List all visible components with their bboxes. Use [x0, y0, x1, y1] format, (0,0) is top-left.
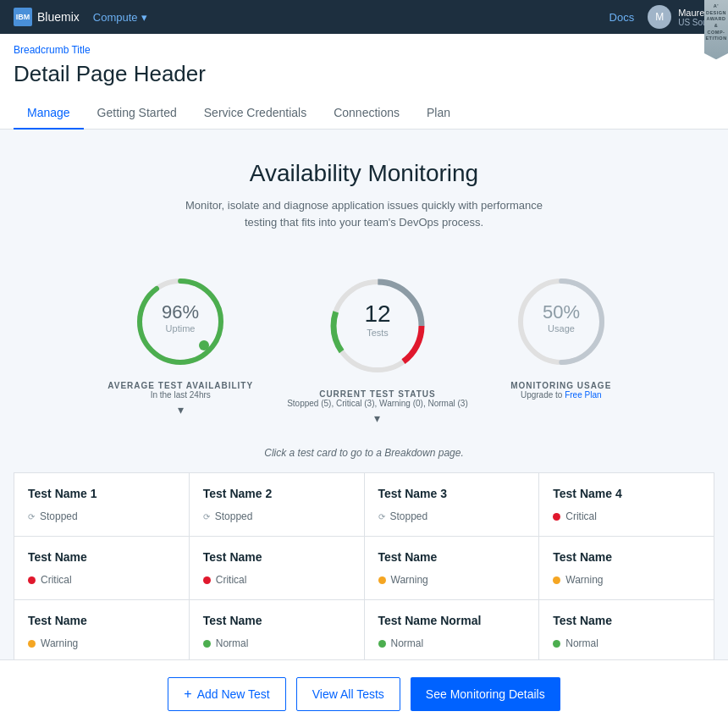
status-label: Stopped	[215, 510, 253, 522]
test-card-name: Test Name	[553, 550, 700, 564]
test-card-status: ⟳ Stopped	[378, 510, 526, 522]
top-navigation: IBM Bluemix Compute ▾ Docs M Maure... US…	[0, 0, 728, 34]
page-header: Breadcrumb Title Detail Page Header	[0, 34, 728, 87]
test-card[interactable]: Test Name Warning	[14, 600, 189, 663]
status-icon: ⟳	[28, 512, 35, 521]
status-dot-icon	[378, 576, 386, 584]
svg-point-4	[199, 340, 209, 350]
tab-plan[interactable]: Plan	[413, 97, 464, 130]
test-card-name: Test Name	[28, 550, 175, 564]
test-cards-grid: Test Name 1 ⟳ Stopped Test Name 2 ⟳ Stop…	[14, 472, 714, 664]
test-card[interactable]: Test Name Critical	[190, 537, 364, 599]
test-card[interactable]: Test Name 4 Critical	[539, 473, 714, 536]
tab-service-credentials[interactable]: Service Credentials	[190, 97, 320, 130]
status-label: Normal	[216, 637, 249, 649]
tests-section-label: CURRENT TEST STATUS	[287, 389, 468, 399]
tests-expand-icon[interactable]: ▾	[287, 411, 468, 425]
test-card-status: Normal	[203, 637, 350, 649]
view-all-tests-label: View All Tests	[312, 687, 384, 701]
test-card-status: Normal	[378, 637, 526, 649]
tab-getting-started[interactable]: Getting Started	[84, 97, 190, 130]
nav-right: Docs M Maure... US Sou...	[609, 5, 714, 29]
test-card[interactable]: Test Name Warning	[539, 537, 714, 599]
upgrade-text: Upgrade to	[521, 390, 565, 400]
status-dot-icon	[378, 640, 386, 648]
ibm-logo-icon: IBM	[14, 8, 32, 26]
status-dot-icon	[28, 640, 36, 648]
test-card[interactable]: Test Name 3 ⟳ Stopped	[365, 473, 539, 536]
status-label: Critical	[41, 574, 72, 586]
view-all-tests-button[interactable]: View All Tests	[296, 677, 400, 711]
test-card-name: Test Name 3	[378, 487, 526, 500]
award-badge: A'DESIGNAWARD&COMP-ETITION	[704, 0, 728, 59]
test-card[interactable]: Test Name 1 ⟳ Stopped	[14, 473, 189, 536]
status-dot-icon	[203, 640, 211, 648]
status-dot-icon	[553, 513, 560, 521]
status-label: Critical	[565, 510, 597, 522]
ibm-text: IBM	[16, 13, 30, 21]
tab-manage[interactable]: Manage	[14, 97, 84, 130]
test-card[interactable]: Test Name Warning	[365, 537, 539, 599]
status-label: Warning	[391, 574, 428, 586]
tests-gauge-svg: 12 Tests	[323, 271, 433, 381]
usage-sub: Upgrade to Free Plan	[502, 390, 620, 400]
footer-actions: + Add New Test View All Tests See Monito…	[0, 659, 728, 728]
award-text: A'DESIGNAWARD&COMP-ETITION	[705, 3, 726, 42]
status-dot-icon	[203, 576, 211, 584]
status-label: Stopped	[390, 510, 428, 522]
monitoring-description: Monitor, isolate and diagnose applicatio…	[178, 197, 550, 230]
test-card-name: Test Name 4	[553, 487, 700, 500]
test-card-name: Test Name Normal	[378, 614, 526, 627]
tab-connections[interactable]: Connections	[320, 97, 413, 130]
status-label: Normal	[391, 637, 424, 649]
test-card-status: Warning	[553, 574, 700, 586]
uptime-sub: In the last 24hrs	[108, 390, 253, 400]
compute-label: Compute	[93, 11, 138, 24]
monitoring-title: Availability Monitoring	[17, 160, 711, 187]
status-dot-icon	[553, 576, 560, 584]
test-card[interactable]: Test Name Normal Normal	[365, 600, 539, 663]
upgrade-link[interactable]: Free Plan	[565, 390, 601, 400]
test-card[interactable]: Test Name Normal	[190, 600, 364, 663]
chevron-down-icon: ▾	[141, 11, 147, 24]
uptime-section-label: AVERAGE TEST AVAILABILITY	[108, 381, 253, 390]
compute-menu[interactable]: Compute ▾	[93, 11, 147, 24]
test-card-name: Test Name	[28, 614, 175, 627]
uptime-expand-icon[interactable]: ▾	[108, 403, 253, 416]
test-card-status: Critical	[28, 574, 175, 586]
test-card-name: Test Name	[378, 550, 526, 564]
test-card-status: Warning	[28, 637, 175, 649]
test-card-name: Test Name 1	[28, 487, 175, 500]
see-monitoring-button[interactable]: See Monitoring Details	[411, 677, 560, 711]
status-dot-icon	[28, 576, 36, 584]
usage-gauge: 50% Usage MONITORING USAGE Upgrade to Fr…	[502, 271, 620, 425]
status-dot-icon	[553, 640, 560, 648]
status-icon: ⟳	[203, 512, 210, 521]
test-card-name: Test Name 2	[203, 487, 350, 500]
tests-sub: Stopped (5), Critical (3), Warning (0), …	[287, 399, 468, 408]
status-label: Stopped	[40, 510, 78, 522]
test-card-status: Normal	[553, 637, 700, 649]
brand-logo: IBM Bluemix	[14, 8, 80, 26]
status-icon: ⟳	[378, 512, 385, 521]
tests-gauge: 12 Tests CURRENT TEST STATUS Stopped (5)…	[287, 271, 468, 425]
avatar: M	[648, 5, 671, 29]
uptime-gauge: 96% Uptime AVERAGE TEST AVAILABILITY In …	[108, 271, 253, 425]
test-card-name: Test Name	[203, 614, 350, 627]
docs-link[interactable]: Docs	[609, 11, 635, 24]
test-card[interactable]: Test Name Critical	[14, 537, 189, 599]
test-card-status: Critical	[553, 510, 700, 522]
page-title: Detail Page Header	[14, 61, 714, 87]
svg-text:Uptime: Uptime	[166, 323, 196, 334]
test-card[interactable]: Test Name Normal	[539, 600, 714, 663]
gauges-row: 96% Uptime AVERAGE TEST AVAILABILITY In …	[0, 247, 728, 433]
tab-bar: Manage Getting Started Service Credentia…	[0, 97, 728, 130]
uptime-gauge-svg: 96% Uptime	[130, 271, 231, 372]
svg-text:50%: 50%	[543, 301, 580, 323]
add-new-test-label: Add New Test	[197, 687, 270, 701]
status-label: Warning	[565, 574, 603, 586]
test-card[interactable]: Test Name 2 ⟳ Stopped	[190, 473, 364, 536]
test-card-status: ⟳ Stopped	[203, 510, 350, 522]
breadcrumb[interactable]: Breadcrumb Title	[14, 44, 714, 56]
add-new-test-button[interactable]: + Add New Test	[168, 677, 285, 711]
